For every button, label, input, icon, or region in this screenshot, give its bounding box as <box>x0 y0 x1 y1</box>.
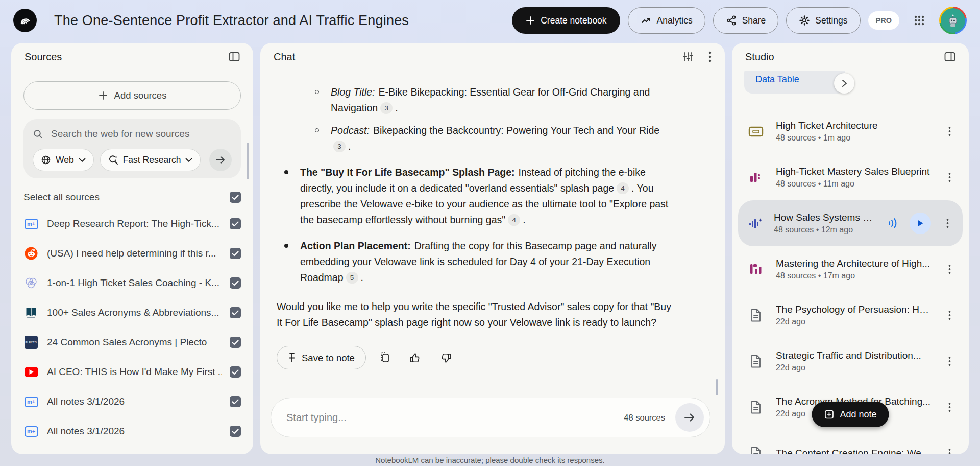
studio-item[interactable]: Mastering the Architecture of High... 48… <box>732 246 969 292</box>
chat-more-menu-icon[interactable] <box>708 51 712 63</box>
source-row[interactable]: (USA) I need help determining if this r.… <box>23 239 241 268</box>
note-add-icon <box>824 409 834 420</box>
source-row[interactable]: 1-on-1 High Ticket Sales Coaching - K... <box>23 268 241 298</box>
item-more-menu-icon[interactable] <box>940 168 959 187</box>
studio-item-meta: 48 sources • 1m ago <box>776 133 931 143</box>
sparkle-search-icon <box>108 155 118 165</box>
plus-icon <box>98 90 108 101</box>
source-checkbox[interactable] <box>230 307 241 318</box>
chat-sub-bullet: Blog Title:E-Bike Bikepacking: Essential… <box>311 84 677 116</box>
copy-icon[interactable] <box>373 346 397 369</box>
analytics-button[interactable]: Analytics <box>628 7 705 34</box>
studio-panel-title: Studio <box>745 51 774 63</box>
chat-input[interactable]: Start typing... <box>286 412 347 424</box>
sources-panel-title: Sources <box>24 51 62 63</box>
venn-circles-icon <box>23 276 39 290</box>
pin-icon <box>288 353 296 363</box>
source-checkbox[interactable] <box>230 396 241 407</box>
search-submit-button[interactable] <box>209 149 232 171</box>
audio-waveform-icon <box>745 216 767 230</box>
chat-settings-icon[interactable] <box>682 51 693 62</box>
item-more-menu-icon[interactable] <box>940 352 959 370</box>
chevron-down-icon <box>185 158 192 162</box>
source-checkbox[interactable] <box>230 218 241 229</box>
item-more-menu-icon[interactable] <box>940 260 959 278</box>
source-row[interactable]: 100+ Sales Acronyms & Abbreviations... <box>23 298 241 328</box>
share-button[interactable]: Share <box>713 7 779 34</box>
settings-button[interactable]: Settings <box>786 7 860 34</box>
citation-chip[interactable]: 5 <box>346 272 358 284</box>
item-more-menu-icon[interactable] <box>940 122 959 141</box>
studio-item-meta: 22d ago <box>776 363 931 372</box>
studio-item-title: How Sales Systems Map... <box>774 212 877 223</box>
thumbs-up-icon[interactable] <box>404 346 427 369</box>
citation-chip[interactable]: 4 <box>617 182 629 194</box>
source-checkbox[interactable] <box>230 366 241 378</box>
source-row[interactable]: AI CEO: THIS is How I'd Make My First ..… <box>23 357 241 387</box>
studio-item[interactable]: The Content Creation Engine: Wee... <box>732 430 969 454</box>
add-sources-button[interactable]: Add sources <box>23 81 241 110</box>
item-more-menu-icon[interactable] <box>938 214 957 232</box>
item-more-menu-icon[interactable] <box>940 306 959 324</box>
add-note-button[interactable]: Add note <box>812 402 889 427</box>
source-checkbox[interactable] <box>230 337 241 348</box>
source-row[interactable]: All notes 3/1/2026 <box>23 387 241 416</box>
chat-bullet: The "Buy It For Life Basecamp" Splash Pa… <box>281 165 677 228</box>
source-checkbox[interactable] <box>230 426 241 437</box>
document-icon <box>745 308 767 322</box>
studio-item[interactable]: High Ticket Architecture 48 sources • 1m… <box>732 108 969 154</box>
expand-panel-icon[interactable] <box>944 52 955 62</box>
citation-chip[interactable]: 4 <box>508 214 520 226</box>
studio-item-meta: 22d ago <box>776 317 931 327</box>
source-row[interactable]: All notes 3/1/2026 <box>23 416 241 446</box>
studio-panel: Studio Data Table High Ticket Architectu… <box>732 43 969 454</box>
send-message-button[interactable] <box>675 403 704 432</box>
save-to-note-button[interactable]: Save to note <box>277 346 366 369</box>
search-input[interactable]: Search the web for new sources <box>51 128 189 139</box>
chat-scrollbar[interactable] <box>716 379 718 395</box>
interactive-audio-icon[interactable] <box>884 214 902 232</box>
sources-count-label: 48 sources <box>624 413 665 423</box>
studio-item-title: High Ticket Architecture <box>776 120 931 131</box>
chevron-down-icon <box>79 158 86 162</box>
source-checkbox[interactable] <box>230 277 241 289</box>
carousel-next-button[interactable] <box>834 73 854 94</box>
studio-item-selected[interactable]: How Sales Systems Map... 48 sources • 12… <box>738 200 963 246</box>
data-table-chip[interactable]: Data Table <box>744 71 845 94</box>
source-title: All notes 3/1/2026 <box>47 396 222 407</box>
chat-sub-bullet: Podcast:Bikepacking the Backcountry: Pow… <box>311 123 677 154</box>
select-all-sources-label: Select all sources <box>23 192 100 203</box>
collapse-panel-icon[interactable] <box>229 52 240 62</box>
studio-item-title: Mastering the Architecture of High... <box>776 258 931 269</box>
item-more-menu-icon[interactable] <box>940 398 959 416</box>
source-title: All notes 3/1/2026 <box>47 426 222 437</box>
notebook-title[interactable]: The One-Sentence Profit Extractor and AI… <box>54 13 409 29</box>
document-icon <box>745 446 767 454</box>
chat-transcript: Blog Title:E-Bike Bikepacking: Essential… <box>260 71 725 414</box>
source-title: 1-on-1 High Ticket Sales Coaching - K... <box>47 277 222 289</box>
studio-item[interactable]: Strategic Traffic and Distribution... 22… <box>732 338 969 384</box>
source-row[interactable]: Deep Research Report: The High-Tick... <box>23 209 241 239</box>
source-checkbox[interactable] <box>230 248 241 259</box>
document-icon <box>745 354 767 368</box>
studio-item[interactable]: The Psychology of Persuasion: Hig... 22d… <box>732 292 969 338</box>
create-notebook-button[interactable]: Create notebook <box>512 7 620 34</box>
research-mode-dropdown[interactable]: Fast Research <box>100 149 201 171</box>
arrow-right-icon <box>215 156 226 164</box>
web-source-dropdown[interactable]: Web <box>33 149 94 171</box>
studio-item[interactable]: High-Ticket Mastery Sales Blueprint 48 s… <box>732 154 969 200</box>
play-audio-button[interactable] <box>910 213 931 234</box>
item-more-menu-icon[interactable] <box>940 444 959 454</box>
citation-chip[interactable]: 3 <box>380 102 393 114</box>
apps-grid-button[interactable] <box>907 8 932 33</box>
plecto-icon <box>24 336 38 349</box>
citation-chip[interactable]: 3 <box>333 141 346 152</box>
source-row[interactable]: 24 Common Sales Acronyms | Plecto <box>23 328 241 357</box>
account-avatar[interactable] <box>939 7 967 34</box>
notebooklm-logo-icon[interactable] <box>13 9 37 32</box>
source-title: 24 Common Sales Acronyms | Plecto <box>47 337 222 348</box>
sources-scrollbar[interactable] <box>247 143 249 179</box>
select-all-checkbox[interactable] <box>230 192 241 203</box>
source-title: (USA) I need help determining if this r.… <box>47 248 222 259</box>
thumbs-down-icon[interactable] <box>434 346 458 369</box>
